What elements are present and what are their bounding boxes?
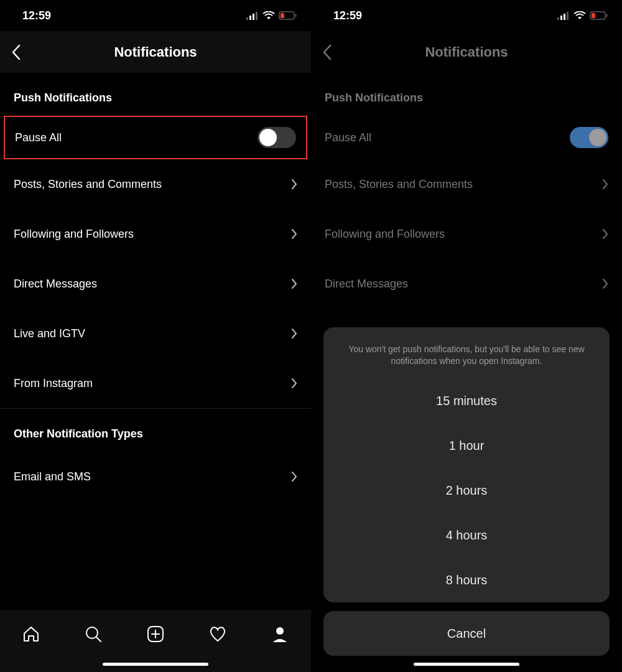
svg-rect-13: [557, 17, 559, 20]
back-button[interactable]: [11, 44, 21, 60]
row-following-followers[interactable]: Following and Followers: [0, 209, 311, 259]
row-direct-messages[interactable]: Direct Messages: [0, 259, 311, 309]
row-label: From Instagram: [14, 377, 291, 390]
option-15-minutes[interactable]: 15 minutes: [323, 378, 610, 423]
svg-rect-19: [606, 14, 608, 17]
phone-left: 12:59 Notifications Push Notifications P…: [0, 0, 311, 672]
svg-rect-1: [249, 16, 251, 20]
row-from-instagram[interactable]: From Instagram: [0, 358, 311, 408]
svg-rect-6: [295, 14, 297, 17]
clock: 12:59: [22, 9, 51, 22]
wifi-icon: [262, 11, 275, 20]
svg-rect-16: [567, 12, 569, 20]
home-indicator[interactable]: [414, 663, 519, 666]
row-direct-messages[interactable]: Direct Messages: [311, 259, 622, 309]
home-indicator[interactable]: [103, 663, 208, 666]
clock: 12:59: [333, 9, 362, 22]
page-title: Notifications: [311, 44, 622, 60]
row-label: Live and IGTV: [14, 327, 291, 340]
status-bar: 12:59: [311, 0, 622, 31]
row-posts-stories-comments[interactable]: Posts, Stories and Comments: [0, 159, 311, 209]
chevron-right-icon: [291, 278, 297, 289]
option-8-hours[interactable]: 8 hours: [323, 558, 610, 602]
section-other-notification-types: Other Notification Types: [0, 409, 311, 452]
chevron-right-icon: [291, 328, 297, 339]
row-posts-stories-comments[interactable]: Posts, Stories and Comments: [311, 159, 622, 209]
row-label: Posts, Stories and Comments: [14, 178, 291, 191]
nav-header: Notifications: [311, 31, 622, 73]
toggle-knob: [259, 129, 277, 146]
pause-all-toggle[interactable]: [258, 127, 296, 148]
cancel-button[interactable]: Cancel: [323, 611, 610, 656]
svg-rect-2: [253, 14, 254, 20]
row-pause-all[interactable]: Pause All: [311, 116, 622, 159]
chevron-right-icon: [602, 179, 608, 190]
row-label: Following and Followers: [14, 228, 291, 241]
svg-point-12: [276, 627, 284, 635]
option-4-hours[interactable]: 4 hours: [323, 513, 610, 558]
pause-all-label: Pause All: [15, 131, 258, 144]
cellular-icon: [557, 11, 570, 20]
chevron-right-icon: [291, 378, 297, 389]
page-title: Notifications: [0, 44, 311, 60]
chevron-right-icon: [602, 228, 608, 240]
nav-header: Notifications: [0, 31, 311, 73]
section-push-notifications: Push Notifications: [311, 73, 622, 116]
section-push-notifications: Push Notifications: [0, 73, 311, 116]
search-icon[interactable]: [84, 625, 103, 643]
row-label: Posts, Stories and Comments: [325, 178, 602, 191]
toggle-knob: [589, 129, 606, 146]
status-bar: 12:59: [0, 0, 311, 31]
pause-all-toggle[interactable]: [570, 127, 608, 148]
cellular-icon: [246, 11, 259, 20]
row-label: Email and SMS: [14, 470, 291, 483]
svg-rect-3: [256, 12, 258, 20]
chevron-right-icon: [291, 471, 297, 482]
action-sheet: You won't get push notifications, but yo…: [323, 327, 610, 602]
battery-icon: [590, 11, 608, 20]
wifi-icon: [573, 11, 586, 20]
option-2-hours[interactable]: 2 hours: [323, 468, 610, 513]
home-icon[interactable]: [22, 625, 40, 643]
svg-rect-18: [592, 13, 595, 18]
svg-rect-5: [281, 13, 284, 18]
profile-icon[interactable]: [271, 625, 289, 643]
svg-line-8: [96, 637, 101, 642]
chevron-right-icon: [602, 278, 608, 289]
phone-right: 12:59 Notifications Push Notifications P…: [311, 0, 622, 672]
status-icons: [557, 11, 608, 20]
row-email-sms[interactable]: Email and SMS: [0, 452, 311, 502]
svg-rect-15: [564, 14, 565, 20]
back-button[interactable]: [322, 44, 332, 60]
row-label: Direct Messages: [14, 278, 291, 291]
row-label: Direct Messages: [325, 278, 602, 291]
option-1-hour[interactable]: 1 hour: [323, 423, 610, 468]
pause-all-label: Pause All: [325, 131, 570, 144]
battery-icon: [279, 11, 297, 20]
svg-rect-14: [560, 16, 562, 20]
row-live-igtv[interactable]: Live and IGTV: [0, 309, 311, 358]
action-sheet-container: You won't get push notifications, but yo…: [311, 327, 622, 672]
row-label: Following and Followers: [325, 228, 602, 241]
row-following-followers[interactable]: Following and Followers: [311, 209, 622, 259]
row-pause-all[interactable]: Pause All: [4, 116, 307, 159]
chevron-right-icon: [291, 228, 297, 240]
sheet-message: You won't get push notifications, but yo…: [323, 327, 610, 378]
svg-rect-0: [246, 17, 248, 20]
activity-icon[interactable]: [208, 625, 227, 643]
chevron-right-icon: [291, 179, 297, 190]
status-icons: [246, 11, 297, 20]
create-icon[interactable]: [146, 625, 165, 643]
